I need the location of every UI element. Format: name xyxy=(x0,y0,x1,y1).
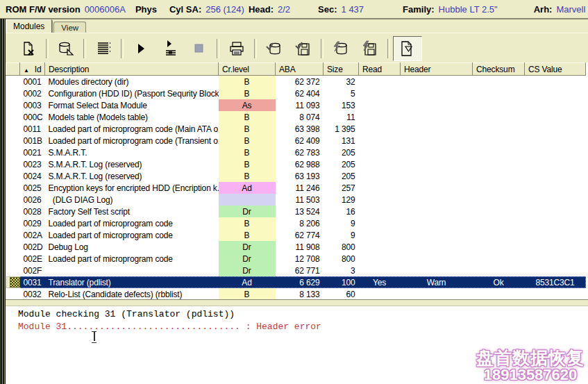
export-module-data-button[interactable] xyxy=(393,36,422,61)
cyl-sa-label: Cyl SA: xyxy=(169,4,201,15)
cell-csvalue xyxy=(525,194,586,206)
table-row[interactable]: 0025Encyption keys for encripted HDD (En… xyxy=(6,182,586,194)
toolbar-separator xyxy=(387,39,390,58)
cell-aba: 11 503 xyxy=(276,194,324,206)
stop-button[interactable] xyxy=(185,36,214,61)
row-marker-cell xyxy=(6,147,20,158)
table-row[interactable]: 0002Configuration (HDD ID) (Pasport Sequ… xyxy=(6,87,586,99)
cell-header xyxy=(401,99,473,111)
drum-arrow-button[interactable] xyxy=(51,36,81,61)
text-cursor xyxy=(91,331,99,342)
cell-size: 9 xyxy=(324,217,359,229)
cyl-sa-value: 256 (124) xyxy=(205,4,244,15)
tab-view[interactable]: View xyxy=(53,22,86,33)
cell-size: 1 395 xyxy=(324,123,359,135)
cell-description: Relo-List (Candidate defects) (rbblist) xyxy=(45,288,219,300)
table-row[interactable]: 0003Format Select Data ModuleAs11 093153 xyxy=(6,99,586,111)
start-with-options-button[interactable] xyxy=(156,36,185,61)
cell-aba: 11 093 xyxy=(276,99,324,111)
cell-description: S.M.A.R.T. Log (reserved) xyxy=(45,158,219,170)
row-marker-cell xyxy=(6,135,20,147)
stop-icon xyxy=(192,42,206,56)
cell-checksum xyxy=(473,158,525,170)
row-marker-cell xyxy=(6,276,20,288)
column-header-checksum[interactable]: Checksum xyxy=(473,63,525,76)
table-row[interactable]: 0032Relo-List (Candidate defects) (rbbli… xyxy=(6,288,586,300)
cell-checksum xyxy=(473,123,525,135)
column-header-crlevel[interactable]: Cr.level xyxy=(219,63,276,76)
table-row[interactable]: 002ELoaded part of microprogram codeDr12… xyxy=(6,253,586,265)
row-marker-cell xyxy=(6,158,20,170)
start-button[interactable] xyxy=(126,36,156,61)
cell-description: S.M.A.R.T. Log (reserved) xyxy=(45,170,219,182)
column-header-description[interactable]: Description xyxy=(45,63,219,76)
write-modules-file-button[interactable] xyxy=(355,36,385,61)
cell-crlevel: B xyxy=(219,147,276,158)
column-header-size[interactable]: Size xyxy=(324,63,359,76)
table-row[interactable]: 0021S.M.A.R.T.B62 783205 xyxy=(6,147,586,158)
table-row[interactable]: 002FDr62 7713 xyxy=(6,265,586,276)
row-marker-cell xyxy=(6,76,20,88)
module-list-button[interactable] xyxy=(89,36,118,61)
table-row[interactable]: 001BLoaded part of microprogram code (Tr… xyxy=(6,135,586,147)
cell-read xyxy=(359,76,401,88)
cell-csvalue xyxy=(525,229,586,241)
table-row[interactable]: 0031Translator (pdlist)Ad6 629100YesWarn… xyxy=(6,276,586,288)
cell-crlevel: Ad xyxy=(219,276,276,288)
table-row[interactable]: 0028Factory Self Test scriptDr13 52416 xyxy=(6,206,586,217)
cell-header xyxy=(401,206,473,217)
row-marker-header xyxy=(6,63,20,76)
cell-checksum xyxy=(473,265,525,276)
table-row[interactable]: 0024S.M.A.R.T. Log (reserved)B63 193205 xyxy=(6,170,586,182)
table-row[interactable]: 0023S.M.A.R.T. Log (reserved)B62 988205 xyxy=(6,158,586,170)
tab-modules[interactable]: Modules xyxy=(6,19,52,33)
cell-header xyxy=(401,123,473,135)
row-marker-cell xyxy=(6,182,20,194)
cell-id: 001B xyxy=(20,135,45,147)
cell-size: 129 xyxy=(324,194,359,206)
cell-description: S.M.A.R.T. xyxy=(45,147,219,158)
list-icon xyxy=(95,40,112,57)
write-modules-drive-button[interactable] xyxy=(326,36,355,61)
column-header-read[interactable]: Read xyxy=(359,63,401,76)
row-marker-cell xyxy=(6,87,20,99)
cell-description: Loaded part of microprogram code (Main A… xyxy=(45,123,219,135)
table-row[interactable]: 0011Loaded part of microprogram code (Ma… xyxy=(6,123,586,135)
column-header-aba[interactable]: ABA xyxy=(276,63,324,76)
status-bar: ROM F/W version 0006006A Phys Cyl SA: 25… xyxy=(0,0,588,19)
toolbar xyxy=(6,33,588,64)
cell-checksum xyxy=(473,206,525,217)
cell-csvalue xyxy=(525,170,586,182)
column-header-id[interactable]: ▲Id xyxy=(20,63,45,76)
cell-aba: 8 133 xyxy=(276,288,324,300)
cell-crlevel: B xyxy=(219,170,276,182)
table-row[interactable]: 0001Modules directory (dir)B62 37232 xyxy=(6,76,586,88)
table-row[interactable]: 0029Loaded part of microprogram codeB8 2… xyxy=(6,217,586,229)
column-header-csvalue[interactable]: CS Value xyxy=(525,63,586,76)
print-button[interactable] xyxy=(222,36,251,61)
cell-read xyxy=(359,99,401,111)
cell-read xyxy=(359,253,401,265)
table-row[interactable]: 000CModels table (Models table)B8 07411 xyxy=(6,111,586,123)
page-down-arrow-icon xyxy=(398,40,417,57)
table-row[interactable]: 002ALoaded part of microprogram codeB62 … xyxy=(6,229,586,241)
cell-read xyxy=(359,111,401,123)
cell-checksum xyxy=(473,99,525,111)
cell-crlevel: B xyxy=(219,158,276,170)
cell-header xyxy=(401,229,473,241)
module-table: ▲Id Description Cr.level ABA Size Read H… xyxy=(6,62,588,299)
cell-read xyxy=(359,158,401,170)
sec-value: 1 437 xyxy=(342,4,364,15)
cell-checksum xyxy=(473,229,525,241)
cell-checksum xyxy=(473,194,525,206)
cell-aba: 62 404 xyxy=(276,87,324,99)
table-row[interactable]: 002DDebug LogDr11 908800 xyxy=(6,241,586,253)
table-row[interactable]: 0026 (DLG DIAG Log)11 503129 xyxy=(6,194,586,206)
window-left-edge xyxy=(0,19,6,384)
column-header-header[interactable]: Header xyxy=(401,63,473,76)
cell-read xyxy=(359,217,401,229)
sort-asc-icon: ▲ xyxy=(24,67,29,74)
page-delete-button[interactable] xyxy=(14,36,43,61)
save-modules-file-button[interactable] xyxy=(289,36,318,61)
read-modules-drive-button[interactable] xyxy=(260,36,289,61)
